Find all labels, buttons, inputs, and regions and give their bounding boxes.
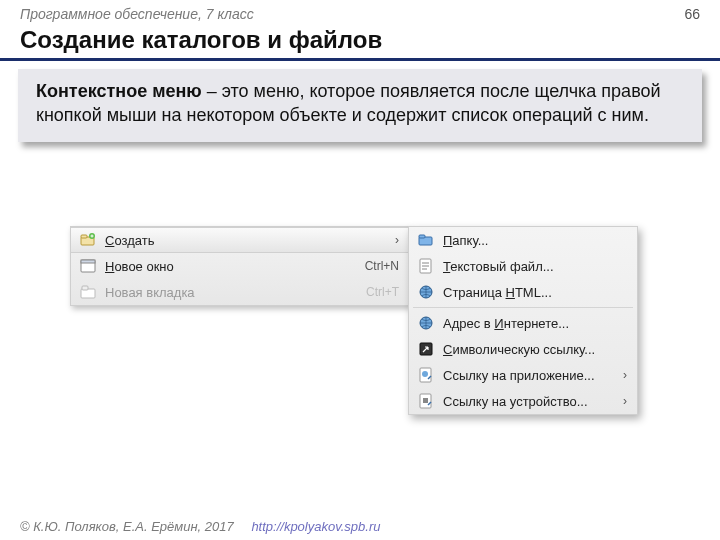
svg-point-14 (422, 371, 428, 377)
definition-term: Контекстное меню (36, 81, 202, 101)
menu-item[interactable]: Символическую ссылку... (409, 336, 637, 362)
menu-item[interactable]: Создать› (71, 227, 409, 253)
globe-icon (417, 283, 435, 301)
window-icon (79, 257, 97, 275)
page-title: Создание каталогов и файлов (0, 24, 720, 61)
shortcut-icon (417, 340, 435, 358)
text-icon (417, 257, 435, 275)
menu-item[interactable]: Текстовый файл... (409, 253, 637, 279)
context-menu-create-submenu: Папку...Текстовый файл...Страница HTML..… (408, 226, 638, 415)
folder-icon (417, 231, 435, 249)
definition-box: Контекстное меню – это меню, которое поя… (18, 69, 702, 142)
menu-shortcut: Ctrl+N (365, 259, 399, 273)
svg-rect-6 (82, 286, 88, 290)
menu-item-label: Текстовый файл... (443, 259, 627, 274)
menu-item-label: Новое окно (105, 259, 365, 274)
svg-rect-1 (81, 235, 87, 238)
menu-item[interactable]: Страница HTML... (409, 279, 637, 305)
menu-item-label: Создать (105, 233, 389, 248)
device-link-icon (417, 392, 435, 410)
menu-item[interactable]: Адрес в Интернете... (409, 310, 637, 336)
svg-rect-8 (419, 235, 425, 238)
menu-item-label: Папку... (443, 233, 627, 248)
submenu-arrow-icon: › (623, 394, 627, 408)
menu-item-label: Символическую ссылку... (443, 342, 627, 357)
footer: © К.Ю. Поляков, Е.А. Ерёмин, 2017 http:/… (0, 513, 720, 540)
menu-separator (413, 307, 633, 308)
menu-item[interactable]: Ссылку на приложение...› (409, 362, 637, 388)
menu-item-label: Адрес в Интернете... (443, 316, 627, 331)
globe-icon (417, 314, 435, 332)
menu-shortcut: Ctrl+T (366, 285, 399, 299)
menu-item-label: Новая вкладка (105, 285, 366, 300)
header-subject: Программное обеспечение, 7 класс (20, 6, 254, 22)
menu-item-label: Страница HTML... (443, 285, 627, 300)
svg-rect-16 (423, 398, 428, 403)
folder-new-icon (79, 231, 97, 249)
menu-item[interactable]: Ссылку на устройство...› (409, 388, 637, 414)
context-menu-primary: Создать›Новое окноCtrl+NНовая вкладкаCtr… (70, 226, 410, 306)
tab-icon (79, 283, 97, 301)
menu-item[interactable]: Папку... (409, 227, 637, 253)
footer-copyright: © К.Ю. Поляков, Е.А. Ерёмин, 2017 (20, 519, 234, 534)
menus-area: Создать›Новое окноCtrl+NНовая вкладкаCtr… (70, 226, 670, 476)
menu-item-label: Ссылку на устройство... (443, 394, 623, 409)
app-link-icon (417, 366, 435, 384)
svg-rect-4 (81, 260, 95, 263)
submenu-arrow-icon: › (395, 233, 399, 247)
submenu-arrow-icon: › (623, 368, 627, 382)
menu-item: Новая вкладкаCtrl+T (71, 279, 409, 305)
menu-item-label: Ссылку на приложение... (443, 368, 623, 383)
footer-link[interactable]: http://kpolyakov.spb.ru (251, 519, 380, 534)
page-number: 66 (684, 6, 700, 22)
menu-item[interactable]: Новое окноCtrl+N (71, 253, 409, 279)
